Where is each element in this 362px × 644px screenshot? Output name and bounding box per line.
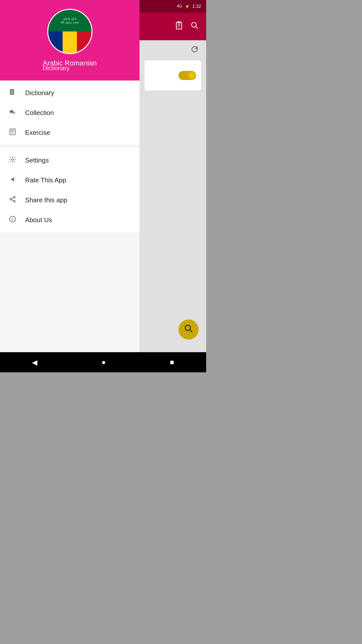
menu-item-collection[interactable]: Collection bbox=[0, 103, 140, 123]
svg-line-6 bbox=[196, 27, 198, 28]
menu-item-dictionary[interactable]: Dictionary bbox=[0, 83, 140, 103]
svg-point-12 bbox=[12, 111, 15, 114]
flag-icon: لا إله إلا اللهمحمد رسول الله bbox=[47, 9, 93, 54]
secondary-section: Settings Rate This App bbox=[0, 148, 140, 232]
rate-icon bbox=[8, 176, 18, 185]
dictionary-label: Dictionary bbox=[25, 89, 54, 97]
clipboard-icon[interactable] bbox=[175, 21, 183, 32]
svg-rect-13 bbox=[10, 129, 15, 135]
svg-line-22 bbox=[12, 200, 14, 201]
menu-item-rate[interactable]: Rate This App bbox=[0, 170, 140, 190]
menu-item-settings[interactable]: Settings bbox=[0, 150, 140, 170]
toggle-switch[interactable] bbox=[178, 71, 196, 80]
drawer-header: لا إله إلا اللهمحمد رسول الله Arabic Rom… bbox=[0, 0, 140, 80]
svg-point-17 bbox=[12, 159, 14, 160]
collection-label: Collection bbox=[25, 109, 54, 117]
search-fab[interactable] bbox=[178, 319, 199, 340]
svg-point-26 bbox=[12, 217, 13, 218]
battery-icon: ⚡ bbox=[185, 4, 190, 9]
svg-marker-18 bbox=[11, 177, 15, 181]
romanian-flag bbox=[48, 31, 92, 53]
chat-icon bbox=[8, 108, 18, 117]
gear-icon bbox=[8, 156, 18, 165]
nav-recent-button[interactable]: ■ bbox=[170, 358, 174, 366]
bg-content bbox=[140, 40, 206, 352]
menu-item-about[interactable]: About Us bbox=[0, 210, 140, 230]
svg-point-21 bbox=[14, 200, 15, 202]
refresh-icon[interactable] bbox=[191, 45, 199, 55]
settings-card bbox=[145, 60, 201, 91]
clock: 1:32 bbox=[192, 4, 201, 9]
svg-point-20 bbox=[10, 198, 12, 200]
exercise-icon bbox=[8, 128, 18, 137]
fab-search-icon bbox=[184, 324, 193, 335]
rate-label: Rate This App bbox=[25, 176, 66, 184]
nav-back-button[interactable]: ◀ bbox=[32, 358, 37, 367]
primary-section: Dictionary Collection bbox=[0, 80, 140, 145]
svg-rect-10 bbox=[11, 90, 14, 94]
menu-item-share[interactable]: Share this app bbox=[0, 190, 140, 210]
drawer-menu: Dictionary Collection bbox=[0, 80, 140, 372]
exercise-label: Exercise bbox=[25, 129, 50, 137]
network-icon: 4G bbox=[177, 4, 182, 9]
search-icon[interactable] bbox=[191, 21, 199, 31]
toggle-knob bbox=[188, 72, 195, 79]
navigation-drawer: لا إله إلا اللهمحمد رسول الله Arabic Rom… bbox=[0, 0, 140, 372]
nav-home-button[interactable]: ● bbox=[102, 358, 106, 366]
svg-point-19 bbox=[14, 196, 15, 198]
menu-item-exercise[interactable]: Exercise bbox=[0, 123, 140, 143]
settings-label: Settings bbox=[25, 156, 49, 164]
svg-line-23 bbox=[12, 198, 14, 199]
svg-line-8 bbox=[190, 330, 192, 332]
info-icon bbox=[8, 216, 18, 224]
book-icon bbox=[8, 89, 18, 97]
saudi-flag: لا إله إلا اللهمحمد رسول الله bbox=[48, 10, 92, 31]
share-icon bbox=[8, 196, 18, 205]
about-label: About Us bbox=[25, 216, 52, 224]
nav-bar: ◀ ● ■ bbox=[0, 352, 206, 372]
share-label: Share this app bbox=[25, 196, 67, 204]
